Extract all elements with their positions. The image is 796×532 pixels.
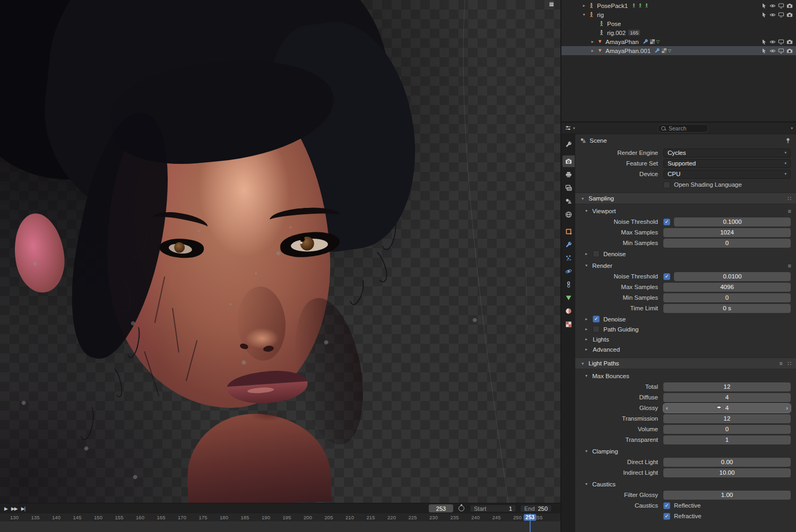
path-guiding-checkbox[interactable] [593,326,600,333]
tab-view-layer[interactable] [563,182,575,194]
search-input[interactable]: Search [657,124,708,133]
clamping-subpanel-header[interactable]: ▾ Clamping [575,446,796,456]
outliner-row-active[interactable]: ▸ ▼ AmayaPhan.001 ▽ [561,46,796,55]
outliner-row[interactable]: ▸ ▼ AmayaPhan ▽ [561,37,796,46]
outliner-row[interactable]: rig.002 165 [561,28,796,37]
diffuse-bounces-slider[interactable]: 4 [663,393,791,402]
bone-marker-icon[interactable]: + [289,225,292,230]
menu-icon[interactable]: ≡ [780,360,783,367]
next-keyframe-button[interactable]: ▶▶ [11,506,18,511]
viewport-3d[interactable]: ⊕ ⊕ ⊕ ⊕ ⊕ ⊕ ⊕ ⊕ ⊕ + + + + ▦ [0,0,560,503]
transparent-bounces-slider[interactable]: 1 [663,435,791,444]
play-button[interactable]: ▶ [4,506,7,511]
tab-material[interactable] [563,305,575,317]
empty-marker-icon[interactable]: ⊕ [33,261,38,267]
outliner-item-label[interactable]: AmayaPhan.001 [605,48,651,54]
monitor-icon[interactable] [778,12,784,18]
outliner-item-label[interactable]: Pose [607,21,621,27]
glossy-bounces-slider[interactable]: ‹ 4 › ◂▸ [663,404,791,413]
refractive-checkbox[interactable]: ✓ [663,513,670,520]
playhead-frame-label[interactable]: 253 [523,514,537,521]
menu-icon[interactable]: ≡ [788,263,791,269]
path-guiding-subpanel[interactable]: ▸ Path Guiding [575,324,796,334]
light-paths-panel-header[interactable]: ▾ Light Paths ≡ ∷ [575,357,796,369]
tab-physics[interactable] [563,265,575,277]
time-limit-field[interactable]: 0 s [663,304,791,313]
checkbox-label[interactable]: Open Shading Language [674,181,742,188]
presets-grid-icon[interactable]: ∷ [788,360,791,367]
indirect-light-field[interactable]: 10.00 [663,468,791,477]
eye-icon[interactable] [769,39,776,45]
caustics-subpanel-header[interactable]: ▾ Caustics [575,479,796,489]
empty-marker-icon[interactable]: ⊕ [133,474,137,480]
bone-marker-icon[interactable]: + [255,272,257,276]
breadcrumb-scene[interactable]: Scene [590,137,607,144]
selectable-icon[interactable] [761,3,767,9]
outliner-item-label[interactable]: rig.002 [607,30,626,36]
tab-object-data[interactable] [563,292,575,303]
selectable-icon[interactable] [761,12,767,18]
min-samples-field[interactable]: 0 [663,239,791,248]
camera-icon[interactable] [786,3,793,9]
menu-icon[interactable]: ≡ [788,208,791,214]
camera-icon[interactable] [786,39,793,45]
pin-icon[interactable] [785,137,791,144]
render-subpanel-header[interactable]: ▾ Render ≡ [575,260,796,271]
collapse-icon[interactable]: ▾ [581,12,587,17]
expand-icon[interactable]: ▸ [589,48,596,53]
properties-editor-icon[interactable] [565,125,572,132]
timeline-track[interactable] [0,521,560,532]
bone-marker-icon[interactable]: + [197,229,200,234]
render-engine-select[interactable]: Cycles ▾ [663,149,791,158]
increment-arrow-icon[interactable]: › [786,404,788,413]
transmission-bounces-slider[interactable]: 12 [663,414,791,423]
noise-threshold-checkbox[interactable]: ✓ [663,219,670,225]
empty-marker-icon[interactable]: ⊕ [472,317,477,323]
outliner-item-label[interactable]: PosePack1 [597,3,628,9]
current-frame-field[interactable]: 253 [429,504,453,512]
monitor-icon[interactable] [778,39,784,45]
device-select[interactable]: CPU ▾ [663,170,791,179]
editor-corner-grid-icon[interactable]: ▦ [549,1,554,7]
checkbox-label[interactable]: Reflective [674,502,701,509]
outliner-row[interactable]: ▸ PosePack1 [561,1,796,10]
monitor-icon[interactable] [778,3,784,9]
empty-marker-icon[interactable]: ⊕ [21,400,26,406]
outliner-item-label[interactable]: rig [597,12,604,18]
checkbox-label[interactable]: Refractive [674,513,702,519]
osl-checkbox[interactable] [663,181,670,188]
tab-world[interactable] [563,208,575,220]
denoise-checkbox[interactable]: ✓ [593,316,600,322]
selectable-icon[interactable] [761,48,767,54]
presets-grid-icon[interactable]: ∷ [788,195,791,202]
empty-marker-icon[interactable]: ⊕ [241,360,246,365]
sampling-panel-header[interactable]: ▾ Sampling ∷ [575,193,796,204]
eye-icon[interactable] [769,12,776,18]
direct-light-field[interactable]: 0.00 [663,458,791,467]
timeline-ruler[interactable]: 1301351401451501551601651701751801851901… [0,513,560,532]
tab-scene[interactable] [563,195,575,207]
noise-threshold-field[interactable]: 0.1000 [674,217,791,226]
lights-subpanel[interactable]: ▸ Lights [575,334,796,344]
empty-marker-icon[interactable]: ⊕ [324,339,328,345]
tab-object[interactable] [563,225,575,237]
filter-glossy-field[interactable]: 1.00 [663,491,791,500]
chevron-down-icon[interactable]: ▾ [791,126,793,130]
advanced-subpanel[interactable]: ▸ Advanced [575,344,796,354]
selectable-icon[interactable] [761,39,767,45]
bone-marker-icon[interactable]: + [229,302,232,307]
expand-icon[interactable]: ▸ [581,3,587,8]
render-denoise-subpanel[interactable]: ▸ ✓ Denoise [575,314,796,324]
total-bounces-slider[interactable]: 12 [663,382,791,391]
end-frame-field[interactable]: End 250 [520,504,552,512]
monitor-icon[interactable] [778,48,784,54]
tab-particles[interactable] [563,252,575,264]
viewport-subpanel-header[interactable]: ▾ Viewport ≡ [575,206,796,216]
reflective-checkbox[interactable]: ✓ [663,502,670,509]
tab-texture[interactable] [563,318,575,330]
camera-icon[interactable] [786,12,793,18]
outliner-row[interactable]: Pose [561,19,796,28]
expand-icon[interactable]: ▸ [589,39,596,44]
noise-threshold-field[interactable]: 0.0100 [674,272,791,281]
noise-threshold-checkbox[interactable]: ✓ [663,273,670,280]
